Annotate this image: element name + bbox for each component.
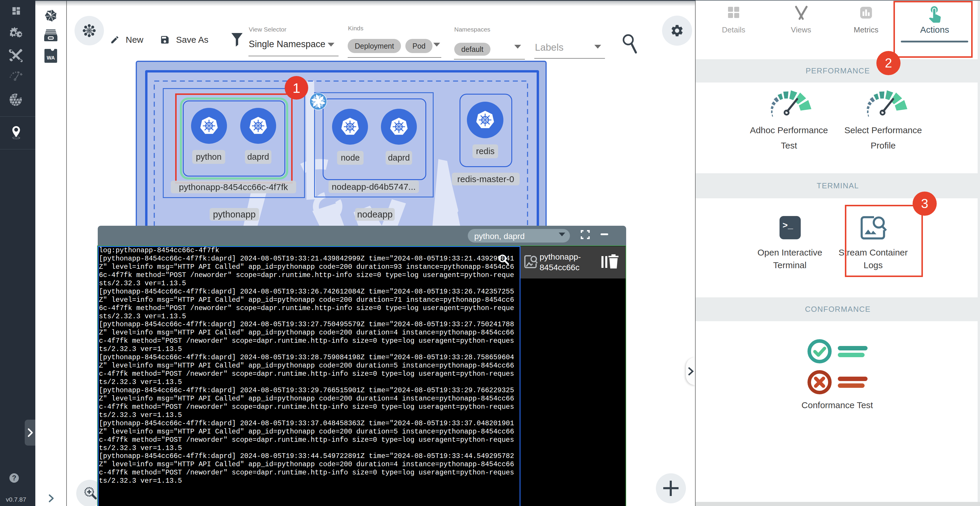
svg-text:WA: WA — [47, 55, 55, 61]
